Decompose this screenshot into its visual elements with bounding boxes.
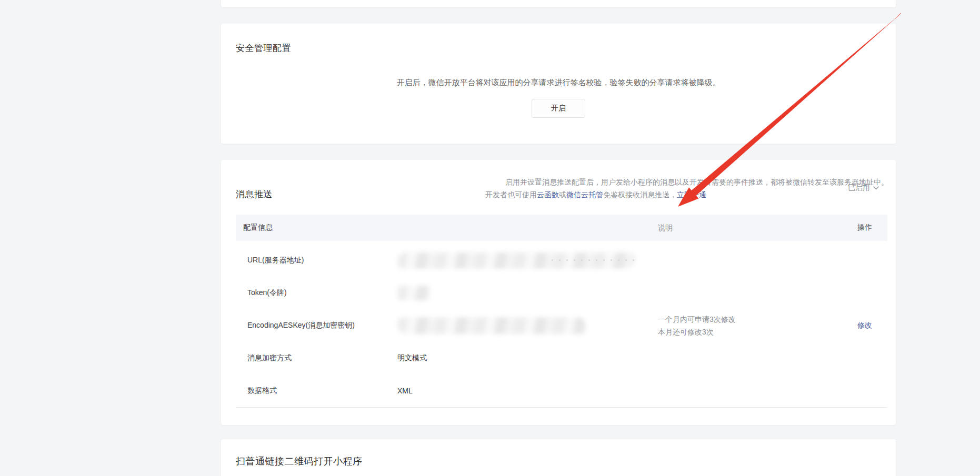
push-config-table: 配置信息 说明 操作 URL(服务器地址) Token(令牌) [236, 215, 887, 241]
enabled-status-dropdown[interactable]: 已启用 [848, 183, 879, 193]
message-push-card: 消息推送 启用并设置消息推送配置后，用户发给小程序的消息以及开发者需要的事件推送… [221, 160, 896, 425]
security-card-title: 安全管理配置 [236, 42, 291, 54]
table-row-url: URL(服务器地址) [236, 244, 887, 277]
table-body: URL(服务器地址) Token(令牌) [236, 244, 887, 407]
cloud-hosting-link[interactable]: 微信云托管 [566, 190, 603, 199]
note-line1: 一个月内可申请3次修改 [658, 313, 842, 326]
row-label: 数据格式 [236, 386, 388, 396]
description-line2-suffix: 免鉴权接收消息推送， [603, 190, 677, 199]
modify-link[interactable]: 修改 [857, 321, 872, 329]
description-line2-prefix: 开发者也可使用 [485, 190, 537, 199]
enable-button[interactable]: 开启 [532, 99, 585, 118]
settings-page: 安全管理配置 开启后，微信开放平台将对该应用的分享请求进行签名校验，验签失败的分… [0, 0, 980, 476]
row-label: 消息加密方式 [236, 353, 388, 363]
header-config-info: 配置信息 [236, 223, 388, 232]
enabled-status-label: 已启用 [848, 183, 870, 193]
description-or: 或 [559, 190, 566, 199]
row-value [388, 277, 658, 309]
row-value: XML [388, 374, 658, 407]
table-row-encrypt-mode: 消息加密方式 明文模式 [236, 342, 887, 374]
qr-card-title: 扫普通链接二维码打开小程序 [236, 455, 363, 468]
cloud-function-link[interactable]: 云函数 [537, 190, 559, 199]
row-label: Token(令牌) [236, 288, 388, 298]
note-line2: 本月还可修改3次 [658, 326, 842, 338]
row-value [388, 309, 658, 342]
row-label: EncodingAESKey(消息加密密钥) [236, 321, 388, 330]
message-push-description: 启用并设置消息推送配置后，用户发给小程序的消息以及开发者需要的事件推送，都将被微… [505, 176, 888, 201]
table-bottom-divider [236, 407, 887, 408]
security-card-description: 开启后，微信开放平台将对该应用的分享请求进行签名校验，验签失败的分享请求将被降级… [221, 78, 896, 88]
redacted-aeskey-value [397, 317, 586, 334]
table-row-encoding-aes-key: EncodingAESKey(消息加密密钥) 一个月内可申请3次修改 本月还可修… [236, 309, 887, 342]
redacted-token-value [397, 286, 430, 300]
description-line1: 启用并设置消息推送配置后，用户发给小程序的消息以及开发者需要的事件推送，都将被微… [505, 176, 888, 188]
table-row-token: Token(令牌) [236, 277, 887, 309]
header-description: 说明 [658, 221, 842, 234]
table-header-row: 配置信息 说明 操作 [236, 215, 887, 241]
header-action: 操作 [842, 223, 887, 232]
chevron-down-icon [873, 186, 879, 190]
table-row-data-format: 数据格式 XML [236, 374, 887, 407]
previous-card-bottom-edge [221, 0, 896, 7]
redaction-artifact [552, 259, 636, 261]
description-line2: 开发者也可使用云函数或微信云托管免鉴权接收消息推送，立即开通 [485, 188, 888, 201]
row-label: URL(服务器地址) [236, 256, 388, 265]
message-push-title: 消息推送 [236, 188, 273, 200]
qr-link-card: 扫普通链接二维码打开小程序 [221, 439, 896, 476]
security-config-card: 安全管理配置 开启后，微信开放平台将对该应用的分享请求进行签名校验，验签失败的分… [221, 24, 896, 144]
row-note: 一个月内可申请3次修改 本月还可修改3次 [658, 313, 842, 338]
row-value: 明文模式 [388, 342, 658, 374]
activate-now-link[interactable]: 立即开通 [677, 190, 706, 199]
